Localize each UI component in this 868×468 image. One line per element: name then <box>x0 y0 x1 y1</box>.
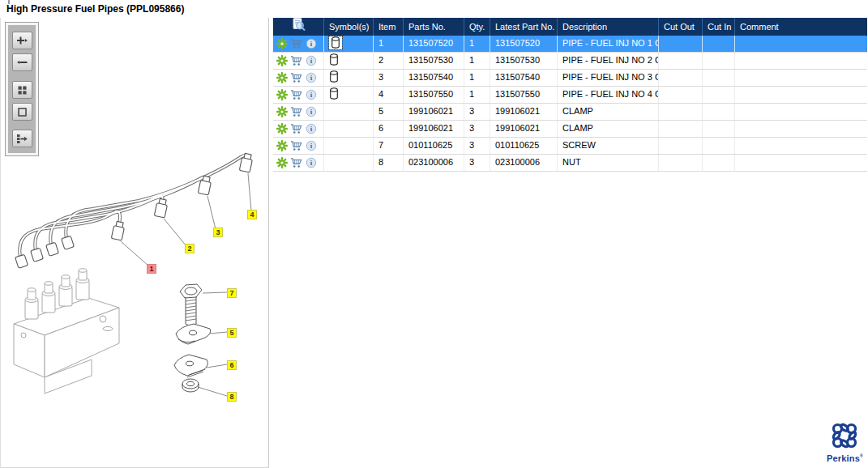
cell-comment <box>734 53 867 69</box>
cart-icon[interactable] <box>290 140 302 152</box>
cell-description: PIPE - FUEL INJ NO 2 CY <box>557 53 658 69</box>
gear-icon[interactable] <box>276 106 288 118</box>
cell-cut-in <box>702 87 734 103</box>
tile-view-button[interactable] <box>12 81 32 99</box>
cell-item: 8 <box>373 155 403 171</box>
table-header-row: Symbol(s)ItemParts No.Qty.Latest Part No… <box>273 18 867 36</box>
diagram-panel: 12347568 <box>0 18 269 468</box>
cell-description: PIPE - FUEL INJ NO 3 CY <box>557 70 658 86</box>
column-header-comment[interactable]: Comment <box>734 18 867 36</box>
zoom-in-button[interactable] <box>12 32 32 49</box>
callout-1[interactable]: 1 <box>147 264 156 274</box>
info-icon[interactable]: i <box>305 55 317 67</box>
cell-latest-part-no: 010110625 <box>490 138 557 154</box>
gear-icon[interactable] <box>276 55 288 67</box>
content-area: 12347568 Symbol(s)ItemParts No.Qty.Lates… <box>0 18 868 468</box>
fit-view-icon <box>17 107 28 117</box>
callout-6[interactable]: 6 <box>227 360 237 370</box>
perkins-logo: Perkins® <box>827 421 863 463</box>
callout-7[interactable]: 7 <box>227 288 237 298</box>
perkins-logo-icon <box>830 421 859 450</box>
cart-icon[interactable] <box>290 106 302 118</box>
gear-icon[interactable] <box>276 123 288 135</box>
cart-icon[interactable] <box>290 123 302 135</box>
table-row-item-2[interactable]: i21315075301131507530PIPE - FUEL INJ NO … <box>273 53 867 70</box>
cell-actions: i <box>273 104 323 120</box>
info-icon[interactable]: i <box>305 89 317 101</box>
cell-symbol <box>323 36 373 52</box>
cell-description: SCREW <box>557 138 658 154</box>
cell-symbol <box>323 138 373 154</box>
cell-qty: 3 <box>464 155 490 171</box>
cart-icon[interactable] <box>290 55 302 67</box>
gear-icon[interactable] <box>276 89 288 101</box>
cell-description: PIPE - FUEL INJ NO 4 CY <box>557 87 658 103</box>
cell-parts-no: 131507540 <box>403 70 464 86</box>
info-icon[interactable]: i <box>305 140 317 152</box>
diagram-toolbar-buttons <box>8 25 36 153</box>
cylinder-icon[interactable] <box>329 36 342 49</box>
callout-4[interactable]: 4 <box>247 210 257 219</box>
column-header-description[interactable]: Description <box>557 18 658 36</box>
window-edge-tick <box>8 0 10 4</box>
cell-cut-in <box>702 138 734 154</box>
cell-item: 7 <box>373 138 403 154</box>
info-icon[interactable]: i <box>305 157 317 169</box>
table-row-item-6[interactable]: i61991060213199106021CLAMP <box>273 121 867 138</box>
cell-actions: i <box>273 53 323 69</box>
column-header-parts-no[interactable]: Parts No. <box>403 18 464 36</box>
info-icon[interactable]: i <box>305 106 317 118</box>
callout-3[interactable]: 3 <box>213 228 223 237</box>
gear-icon[interactable] <box>276 38 288 50</box>
cart-icon[interactable] <box>290 38 302 50</box>
cell-cut-in <box>702 104 734 120</box>
cell-parts-no: 010110625 <box>403 138 464 154</box>
gear-icon[interactable] <box>276 140 288 152</box>
info-icon[interactable]: i <box>305 123 317 135</box>
cell-cut-in <box>702 121 734 137</box>
cell-actions: i <box>273 138 323 154</box>
move-panel-button[interactable] <box>12 130 32 147</box>
column-header-actions[interactable] <box>273 18 323 36</box>
table-row-item-3[interactable]: i31315075401131507540PIPE - FUEL INJ NO … <box>273 70 867 87</box>
cell-latest-part-no: 131507520 <box>490 36 557 52</box>
cell-comment <box>734 121 867 137</box>
cell-qty: 1 <box>464 53 490 69</box>
column-header-symbol[interactable]: Symbol(s) <box>323 18 373 36</box>
cell-symbol <box>323 53 373 69</box>
fit-view-button[interactable] <box>12 103 32 121</box>
cylinder-icon[interactable] <box>329 53 339 66</box>
cell-latest-part-no: 199106021 <box>490 104 557 120</box>
column-header-qty[interactable]: Qty. <box>464 18 490 36</box>
cell-latest-part-no: 131507540 <box>490 70 557 86</box>
cell-actions: i <box>273 87 323 103</box>
callout-8[interactable]: 8 <box>227 392 237 402</box>
cell-cut-out <box>658 155 702 171</box>
info-icon[interactable]: i <box>305 72 317 84</box>
gear-icon[interactable] <box>276 157 288 169</box>
column-header-cut-out[interactable]: Cut Out <box>658 18 702 36</box>
column-header-cut-in[interactable]: Cut In <box>702 18 734 36</box>
callout-5[interactable]: 5 <box>227 328 237 338</box>
cell-cut-in <box>702 36 734 52</box>
tile-view-icon <box>17 85 28 96</box>
info-icon[interactable]: i <box>305 38 317 50</box>
cylinder-icon[interactable] <box>329 87 339 100</box>
table-row-item-7[interactable]: i70101106253010110625SCREW <box>273 138 867 155</box>
cell-latest-part-no: 131507550 <box>490 87 557 103</box>
cylinder-icon[interactable] <box>329 70 339 83</box>
gear-icon[interactable] <box>276 72 288 84</box>
zoom-out-button[interactable] <box>12 53 32 71</box>
column-header-item[interactable]: Item <box>373 18 403 36</box>
column-header-latest-part-no[interactable]: Latest Part No. <box>490 18 557 36</box>
callout-2[interactable]: 2 <box>185 244 195 253</box>
table-row-item-5[interactable]: i51991060213199106021CLAMP <box>273 104 867 121</box>
cart-icon[interactable] <box>290 157 302 169</box>
cell-cut-in <box>702 155 734 171</box>
table-row-item-4[interactable]: i41315075501131507550PIPE - FUEL INJ NO … <box>273 87 867 104</box>
cart-icon[interactable] <box>290 89 302 101</box>
cart-icon[interactable] <box>290 72 302 84</box>
table-row-item-1[interactable]: i11315075201131507520PIPE - FUEL INJ NO … <box>273 36 867 53</box>
diagram-toolbar <box>5 22 39 156</box>
table-row-item-8[interactable]: i80231000063023100006NUT <box>273 155 867 172</box>
